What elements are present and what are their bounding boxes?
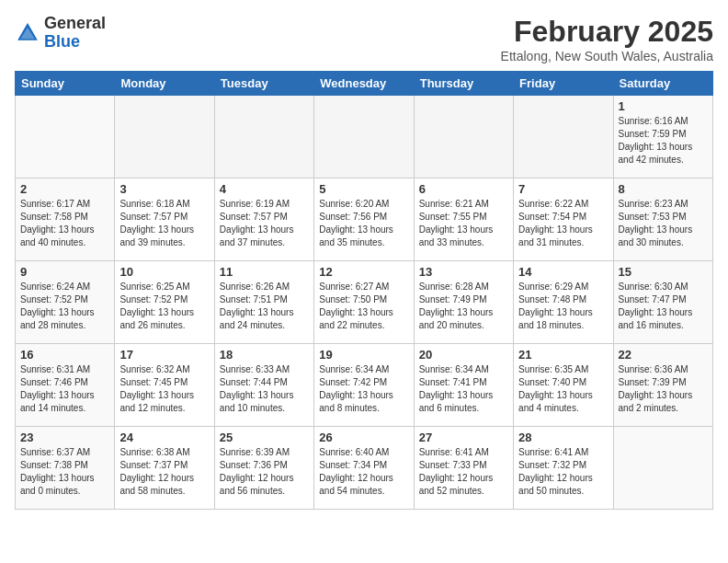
day-number: 17 <box>119 348 209 362</box>
day-cell <box>115 96 214 178</box>
day-number: 3 <box>119 182 209 196</box>
day-number: 11 <box>220 265 309 279</box>
week-row-2: 2Sunrise: 6:17 AM Sunset: 7:58 PM Daylig… <box>16 178 713 261</box>
day-cell: 21Sunrise: 6:35 AM Sunset: 7:40 PM Dayli… <box>514 344 613 427</box>
day-info: Sunrise: 6:36 AM Sunset: 7:39 PM Dayligh… <box>619 363 708 415</box>
header-row: SundayMondayTuesdayWednesdayThursdayFrid… <box>16 72 713 96</box>
day-info: Sunrise: 6:21 AM Sunset: 7:55 PM Dayligh… <box>419 198 508 249</box>
day-info: Sunrise: 6:41 AM Sunset: 7:33 PM Dayligh… <box>419 446 508 498</box>
day-cell <box>613 427 712 510</box>
day-info: Sunrise: 6:29 AM Sunset: 7:48 PM Dayligh… <box>518 281 608 332</box>
day-number: 12 <box>319 265 408 279</box>
col-header-tuesday: Tuesday <box>214 72 313 96</box>
day-cell <box>414 96 513 178</box>
day-number: 5 <box>319 182 408 196</box>
day-info: Sunrise: 6:30 AM Sunset: 7:47 PM Dayligh… <box>619 281 708 332</box>
day-info: Sunrise: 6:41 AM Sunset: 7:32 PM Dayligh… <box>518 446 608 498</box>
day-number: 22 <box>619 348 708 362</box>
day-cell: 17Sunrise: 6:32 AM Sunset: 7:45 PM Dayli… <box>115 344 214 427</box>
day-cell: 20Sunrise: 6:34 AM Sunset: 7:41 PM Dayli… <box>414 344 513 427</box>
day-cell <box>214 96 313 178</box>
day-number: 10 <box>119 265 209 279</box>
day-number: 1 <box>619 99 708 113</box>
day-number: 20 <box>419 348 508 362</box>
col-header-monday: Monday <box>115 72 214 96</box>
day-cell: 7Sunrise: 6:22 AM Sunset: 7:54 PM Daylig… <box>514 178 613 261</box>
header: General Blue February 2025 Ettalong, New… <box>15 15 713 63</box>
day-number: 6 <box>419 182 508 196</box>
day-number: 27 <box>419 431 508 444</box>
day-cell: 11Sunrise: 6:26 AM Sunset: 7:51 PM Dayli… <box>214 261 313 344</box>
day-cell: 25Sunrise: 6:39 AM Sunset: 7:36 PM Dayli… <box>214 427 313 510</box>
day-info: Sunrise: 6:34 AM Sunset: 7:42 PM Dayligh… <box>319 363 408 415</box>
logo-text: General Blue <box>44 15 106 52</box>
day-info: Sunrise: 6:31 AM Sunset: 7:46 PM Dayligh… <box>20 363 109 415</box>
day-number: 14 <box>518 265 608 279</box>
day-cell: 14Sunrise: 6:29 AM Sunset: 7:48 PM Dayli… <box>514 261 613 344</box>
title-area: February 2025 Ettalong, New South Wales,… <box>501 15 713 63</box>
day-number: 16 <box>20 348 109 362</box>
day-cell: 3Sunrise: 6:18 AM Sunset: 7:57 PM Daylig… <box>115 178 214 261</box>
day-info: Sunrise: 6:23 AM Sunset: 7:53 PM Dayligh… <box>619 198 708 249</box>
day-cell: 15Sunrise: 6:30 AM Sunset: 7:47 PM Dayli… <box>613 261 712 344</box>
day-number: 26 <box>319 431 408 444</box>
day-cell: 2Sunrise: 6:17 AM Sunset: 7:58 PM Daylig… <box>16 178 115 261</box>
day-info: Sunrise: 6:19 AM Sunset: 7:57 PM Dayligh… <box>220 198 309 249</box>
day-info: Sunrise: 6:20 AM Sunset: 7:56 PM Dayligh… <box>319 198 408 249</box>
day-cell <box>16 96 115 178</box>
day-info: Sunrise: 6:18 AM Sunset: 7:57 PM Dayligh… <box>119 198 209 249</box>
logo-general: General <box>44 15 106 33</box>
day-cell: 19Sunrise: 6:34 AM Sunset: 7:42 PM Dayli… <box>314 344 414 427</box>
day-number: 9 <box>20 265 109 279</box>
col-header-saturday: Saturday <box>613 72 712 96</box>
week-row-3: 9Sunrise: 6:24 AM Sunset: 7:52 PM Daylig… <box>16 261 713 344</box>
day-cell: 8Sunrise: 6:23 AM Sunset: 7:53 PM Daylig… <box>613 178 712 261</box>
calendar-table: SundayMondayTuesdayWednesdayThursdayFrid… <box>15 71 713 510</box>
col-header-friday: Friday <box>514 72 613 96</box>
col-header-sunday: Sunday <box>16 72 115 96</box>
day-cell: 16Sunrise: 6:31 AM Sunset: 7:46 PM Dayli… <box>16 344 115 427</box>
day-info: Sunrise: 6:27 AM Sunset: 7:50 PM Dayligh… <box>319 281 408 332</box>
day-number: 13 <box>419 265 508 279</box>
day-number: 4 <box>220 182 309 196</box>
day-cell: 5Sunrise: 6:20 AM Sunset: 7:56 PM Daylig… <box>314 178 414 261</box>
day-info: Sunrise: 6:25 AM Sunset: 7:52 PM Dayligh… <box>119 281 209 332</box>
day-cell <box>514 96 613 178</box>
day-info: Sunrise: 6:28 AM Sunset: 7:49 PM Dayligh… <box>419 281 508 332</box>
day-info: Sunrise: 6:37 AM Sunset: 7:38 PM Dayligh… <box>20 446 109 498</box>
day-number: 18 <box>220 348 309 362</box>
day-cell: 12Sunrise: 6:27 AM Sunset: 7:50 PM Dayli… <box>314 261 414 344</box>
col-header-thursday: Thursday <box>414 72 513 96</box>
day-cell: 22Sunrise: 6:36 AM Sunset: 7:39 PM Dayli… <box>613 344 712 427</box>
day-cell: 28Sunrise: 6:41 AM Sunset: 7:32 PM Dayli… <box>514 427 613 510</box>
logo-blue: Blue <box>44 33 106 52</box>
day-cell: 27Sunrise: 6:41 AM Sunset: 7:33 PM Dayli… <box>414 427 513 510</box>
day-cell: 4Sunrise: 6:19 AM Sunset: 7:57 PM Daylig… <box>214 178 313 261</box>
day-number: 7 <box>518 182 608 196</box>
day-info: Sunrise: 6:39 AM Sunset: 7:36 PM Dayligh… <box>220 446 309 498</box>
day-info: Sunrise: 6:34 AM Sunset: 7:41 PM Dayligh… <box>419 363 508 415</box>
week-row-5: 23Sunrise: 6:37 AM Sunset: 7:38 PM Dayli… <box>16 427 713 510</box>
day-cell <box>314 96 414 178</box>
day-info: Sunrise: 6:35 AM Sunset: 7:40 PM Dayligh… <box>518 363 608 415</box>
day-info: Sunrise: 6:24 AM Sunset: 7:52 PM Dayligh… <box>20 281 109 332</box>
day-info: Sunrise: 6:38 AM Sunset: 7:37 PM Dayligh… <box>119 446 209 498</box>
day-info: Sunrise: 6:40 AM Sunset: 7:34 PM Dayligh… <box>319 446 408 498</box>
day-cell: 10Sunrise: 6:25 AM Sunset: 7:52 PM Dayli… <box>115 261 214 344</box>
day-info: Sunrise: 6:17 AM Sunset: 7:58 PM Dayligh… <box>20 198 109 249</box>
day-cell: 26Sunrise: 6:40 AM Sunset: 7:34 PM Dayli… <box>314 427 414 510</box>
day-info: Sunrise: 6:33 AM Sunset: 7:44 PM Dayligh… <box>220 363 309 415</box>
day-cell: 23Sunrise: 6:37 AM Sunset: 7:38 PM Dayli… <box>16 427 115 510</box>
day-info: Sunrise: 6:16 AM Sunset: 7:59 PM Dayligh… <box>619 115 708 167</box>
day-cell: 18Sunrise: 6:33 AM Sunset: 7:44 PM Dayli… <box>214 344 313 427</box>
day-cell: 24Sunrise: 6:38 AM Sunset: 7:37 PM Dayli… <box>115 427 214 510</box>
day-cell: 13Sunrise: 6:28 AM Sunset: 7:49 PM Dayli… <box>414 261 513 344</box>
week-row-1: 1Sunrise: 6:16 AM Sunset: 7:59 PM Daylig… <box>16 96 713 178</box>
day-number: 28 <box>518 431 608 444</box>
logo: General Blue <box>15 15 106 52</box>
logo-icon <box>15 20 40 46</box>
day-cell: 9Sunrise: 6:24 AM Sunset: 7:52 PM Daylig… <box>16 261 115 344</box>
day-info: Sunrise: 6:32 AM Sunset: 7:45 PM Dayligh… <box>119 363 209 415</box>
day-info: Sunrise: 6:22 AM Sunset: 7:54 PM Dayligh… <box>518 198 608 249</box>
col-header-wednesday: Wednesday <box>314 72 414 96</box>
